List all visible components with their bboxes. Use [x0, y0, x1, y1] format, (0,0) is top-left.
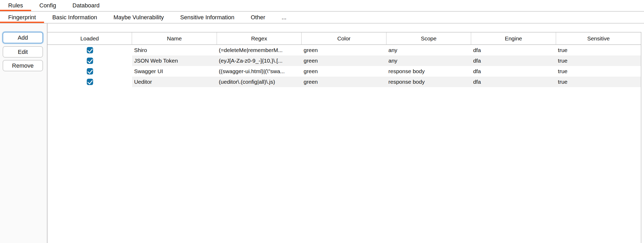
table-row[interactable]: Ueditor (ueditor\.(config|all)\.js) gree… — [47, 77, 641, 87]
table-row[interactable]: Shiro (=deleteMe|rememberM... green any … — [47, 45, 641, 55]
remove-button[interactable]: Remove — [3, 60, 43, 71]
tab-databoard[interactable]: Databoard — [64, 0, 108, 11]
color-cell: green — [302, 45, 386, 55]
loaded-cell — [47, 45, 132, 55]
sensitive-cell: true — [556, 55, 641, 66]
color-cell: green — [302, 66, 386, 77]
tab-fingerprint[interactable]: Fingerprint — [0, 12, 44, 23]
table-row[interactable]: JSON Web Token (eyJ[A-Za-z0-9_-]{10,}\.[… — [47, 55, 641, 66]
name-cell: JSON Web Token — [132, 55, 217, 66]
loaded-checkbox-checked[interactable] — [87, 79, 93, 85]
loaded-checkbox-checked[interactable] — [87, 58, 93, 64]
primary-tabbar: Rules Config Databoard — [0, 0, 644, 12]
sensitive-cell: true — [556, 77, 641, 87]
edit-button[interactable]: Edit — [3, 46, 43, 58]
engine-cell: dfa — [471, 77, 556, 87]
tab-rules[interactable]: Rules — [0, 0, 31, 11]
color-cell: green — [302, 55, 386, 66]
scope-cell: response body — [387, 66, 471, 77]
column-header-name[interactable]: Name — [132, 32, 217, 44]
sensitive-cell: true — [556, 66, 641, 77]
engine-cell: dfa — [471, 55, 556, 66]
tab-sensitive-information[interactable]: Sensitive Information — [172, 12, 242, 23]
rule-group-tabbar: Fingerprint Basic Information Maybe Vuln… — [0, 12, 644, 24]
loaded-cell — [47, 77, 132, 87]
scope-cell: any — [387, 55, 471, 66]
table-header-row: Loaded Name Regex Color Scope Engine Sen… — [47, 32, 641, 45]
sensitive-cell: true — [556, 45, 641, 55]
column-header-sensitive[interactable]: Sensitive — [556, 32, 641, 44]
rule-actions-sidebar: Add Edit Remove — [0, 24, 47, 243]
regex-cell: (eyJ[A-Za-z0-9_-]{10,}\.[... — [217, 55, 302, 66]
tab-more[interactable]: ... — [273, 12, 295, 23]
scope-cell: any — [387, 45, 471, 55]
loaded-checkbox-checked[interactable] — [87, 68, 93, 74]
column-header-regex[interactable]: Regex — [217, 32, 302, 44]
column-header-engine[interactable]: Engine — [471, 32, 556, 44]
loaded-checkbox-checked[interactable] — [87, 47, 93, 53]
name-cell: Ueditor — [132, 77, 217, 87]
name-cell: Shiro — [132, 45, 217, 55]
tab-basic-information[interactable]: Basic Information — [44, 12, 105, 23]
tab-maybe-vulnerability[interactable]: Maybe Vulnerability — [105, 12, 172, 23]
table-row[interactable]: Swagger UI ((swagger-ui.html)|(\"swa... … — [47, 66, 641, 77]
table-body: Shiro (=deleteMe|rememberM... green any … — [47, 45, 641, 87]
regex-cell: (=deleteMe|rememberM... — [217, 45, 302, 55]
column-header-scope[interactable]: Scope — [387, 32, 471, 44]
engine-cell: dfa — [471, 45, 556, 55]
rules-table: Loaded Name Regex Color Scope Engine Sen… — [47, 32, 641, 243]
tab-config[interactable]: Config — [31, 0, 64, 11]
regex-cell: (ueditor\.(config|all)\.js) — [217, 77, 302, 87]
engine-cell: dfa — [471, 66, 556, 77]
loaded-cell — [47, 55, 132, 66]
name-cell: Swagger UI — [132, 66, 217, 77]
add-button[interactable]: Add — [3, 32, 43, 43]
tab-other[interactable]: Other — [243, 12, 273, 23]
regex-cell: ((swagger-ui.html)|(\"swa... — [217, 66, 302, 77]
scope-cell: response body — [387, 77, 471, 87]
column-header-loaded[interactable]: Loaded — [47, 32, 132, 44]
column-header-color[interactable]: Color — [302, 32, 386, 44]
color-cell: green — [302, 77, 386, 87]
loaded-cell — [47, 66, 132, 77]
